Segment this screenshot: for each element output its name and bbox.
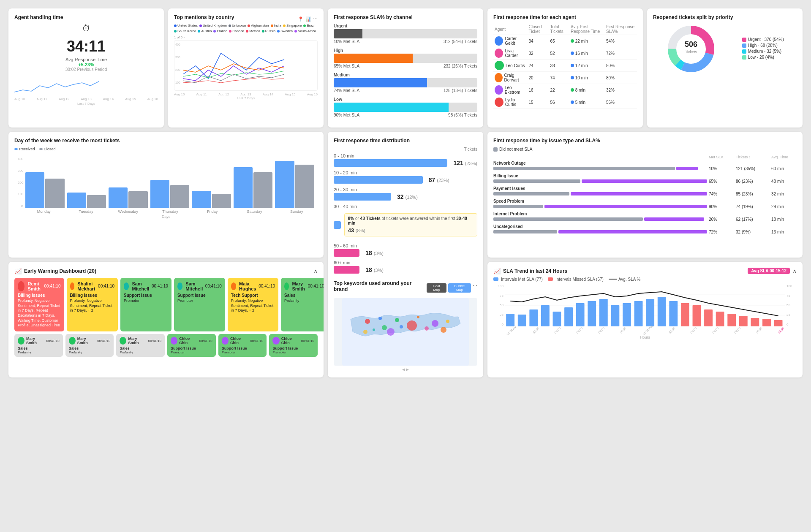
bar-group-sunday (275, 161, 314, 208)
svg-point-15 (417, 316, 419, 318)
reopened-tickets-card: Reopened tickets split by priority 506 (647, 8, 803, 128)
day-of-week-title: Day of the week we receive the most tick… (14, 138, 318, 144)
sla-trend-title: SLA Trend in last 24 Hours (503, 268, 567, 274)
first-response-sla-card: First response SLA% by channel Urgent 10… (328, 8, 483, 128)
bar-group-friday (192, 191, 231, 208)
ew-card-maia[interactable]: Maia Hughes 00:41:10 Tech Support Profan… (228, 278, 278, 331)
bar-group-monday (25, 172, 65, 208)
urgent-met-pct: 10% Met SLA (334, 39, 359, 44)
bubble-map-btn[interactable]: Bubble Map (448, 283, 471, 293)
table-row: Leo Ekstrom 16 22 8 min 32% (493, 84, 637, 96)
svg-point-17 (446, 320, 449, 323)
issue-payment: Payment Issues 74% 85 (23%) 32 min (493, 186, 797, 196)
early-warning-card: 📈 Early Warning Dashboard (20) ∧ Remi Sm… (8, 262, 324, 377)
svg-rect-37 (599, 299, 608, 326)
donut-legend: Urgent - 370 (54%) High - 68 (28%) Mediu… (742, 37, 784, 61)
svg-rect-50 (751, 318, 759, 326)
collapse-button[interactable]: ∧ (313, 268, 318, 274)
ew-sm-chloe1[interactable]: Chloe Chin00:41:10 Support Issue Promote… (167, 334, 216, 357)
pin-icon[interactable]: 📍 (298, 16, 304, 22)
table-row: Craig Dorwart 20 74 10 min 80% (493, 72, 637, 84)
bar-group-thursday (150, 180, 190, 208)
svg-text:100: 100 (175, 81, 180, 84)
urgent-met-bar (334, 29, 362, 38)
dist-row-60plus: 60+ min 18 (3%) (334, 260, 477, 274)
ew-sm-mary3[interactable]: Mary Smith00:41:10 Sales Profanity (116, 334, 165, 357)
urgent-tickets: 312 (54%) Tickets (444, 39, 477, 44)
clock-icon: ⏱ (14, 24, 158, 33)
mentions-line-chart: 400 300 200 100 (174, 40, 318, 91)
svg-rect-38 (611, 305, 619, 326)
issue-network-outage: Network Outage 10% 121 (35%) 60 min (493, 161, 797, 171)
world-map-svg (334, 298, 477, 366)
ew-sm-chloe2[interactable]: Chloe Chin00:41:10 Support Issue Promote… (218, 334, 267, 357)
svg-rect-44 (681, 303, 689, 326)
sla-low-row: Low 90% Met SLA 98 (6%) Tickets (334, 97, 477, 117)
more-icon-keywords[interactable]: ⋯ (473, 283, 477, 293)
ew-sm-mary1[interactable]: Mary Smith00:41:10 Sales Profanity (14, 334, 63, 357)
high-met-bar (334, 54, 413, 63)
bar-chart-icon[interactable]: 📊 (305, 16, 311, 22)
table-row: Lydia Curtis 15 56 5 min 56% (493, 96, 637, 109)
sla-high-row: High 65% Met SLA 232 (26%) Tickets (334, 48, 477, 68)
sla-collapse-btn[interactable]: ∧ (792, 268, 797, 274)
agent-handling-card: Agent handling time ⏱ 34:11 Avg Response… (8, 8, 164, 128)
bar-group-tuesday (67, 193, 106, 208)
ew-sm-chloe3[interactable]: Chloe Chin00:41:10 Support Issue Promote… (269, 334, 318, 357)
day-labels: Monday Tuesday Wednesday Thursday Friday… (14, 209, 318, 214)
sla-avg-badge: Avg SLA 00:15:12 (748, 268, 790, 274)
svg-point-12 (365, 319, 370, 324)
medium-met-bar (334, 78, 427, 87)
avatar (495, 98, 503, 107)
svg-text:400: 400 (175, 43, 180, 46)
high-unmet-bar (413, 54, 477, 63)
svg-rect-39 (623, 303, 631, 326)
issue-speed: Speed Problem 90% 74 (19%) 29 min (493, 199, 797, 209)
day-bar-chart: 400 300 200 100 0 (14, 153, 318, 208)
ew-card-sam1[interactable]: Sam Mitchell 00:41:10 Support Issue Prom… (120, 278, 171, 331)
dist-tooltip: 8% or 43 Tickets of tickets were answere… (344, 213, 477, 236)
svg-text:300: 300 (175, 56, 180, 59)
low-tickets: 98 (6%) Tickets (448, 113, 477, 117)
ew-card-mary1[interactable]: Mary Smith 00:41:10 Sales Profanity (281, 278, 324, 331)
keywords-section: Top keywords used around your brand Heat… (334, 280, 477, 372)
first-response-sla-title: First response SLA% by channel (334, 14, 477, 20)
dist-row-20-30: 20 - 30 min 32 (12%) (334, 187, 477, 201)
svg-point-14 (395, 318, 399, 322)
svg-point-22 (373, 328, 375, 331)
ew-bottom-row: Mary Smith00:41:10 Sales Profanity Mary … (14, 334, 318, 357)
table-row: Carter Geidt 34 65 22 min 54% (493, 35, 637, 47)
top-mentions-title: Top mentions by country (174, 14, 234, 20)
ew-sm-mary2[interactable]: Mary Smith00:41:10 Sales Profanity (65, 334, 114, 357)
svg-rect-52 (774, 320, 783, 326)
sla-trend-legend: Intervals Met SLA (77) Intervals Missed … (493, 277, 797, 282)
avg-response-time: 34:11 (14, 38, 158, 55)
svg-rect-32 (541, 305, 550, 326)
svg-rect-45 (693, 305, 701, 326)
heat-map-btn[interactable]: Heat Map (427, 283, 446, 293)
trend-icon: 📈 (14, 268, 22, 274)
trend-sparkline (14, 75, 158, 96)
svg-point-20 (400, 325, 403, 328)
svg-point-25 (387, 328, 395, 336)
urgent-unmet-bar (362, 29, 477, 38)
avatar (495, 85, 503, 95)
ew-main-issue: Billing Issues (18, 293, 61, 298)
svg-point-18 (407, 320, 417, 331)
svg-rect-49 (739, 316, 748, 326)
ew-card-shalini[interactable]: Shalini Mekhari 00:41:10 Billing Issues … (67, 278, 118, 331)
first-response-issue-title: First response time by issue type and SL… (493, 138, 797, 144)
ew-main-card[interactable]: Remi Smith 00:41:10 Billing Issues Profa… (14, 278, 64, 331)
early-warning-title: Early Warning Dashboard (20) (24, 268, 96, 274)
ew-card-sam2[interactable]: Sam Mitchell 00:41:10 Support Issue Prom… (174, 278, 225, 331)
mentions-legend: United States United Kingdom Unknown Afg… (174, 24, 318, 33)
donut-container: 506 Tickets Urgent - 370 (54%) High - 68… (653, 24, 797, 74)
sla-trend-card: 📈 SLA Trend in last 24 Hours Avg SLA 00:… (487, 262, 803, 377)
keywords-map (334, 298, 477, 366)
issue-legend-label: Did not meet SLA (499, 147, 532, 152)
medium-unmet-bar (427, 78, 477, 87)
svg-rect-42 (658, 297, 666, 326)
svg-point-21 (425, 326, 429, 331)
medium-tickets: 128 (13%) Tickets (444, 88, 477, 93)
more-icon[interactable]: ⋯ (313, 16, 318, 22)
